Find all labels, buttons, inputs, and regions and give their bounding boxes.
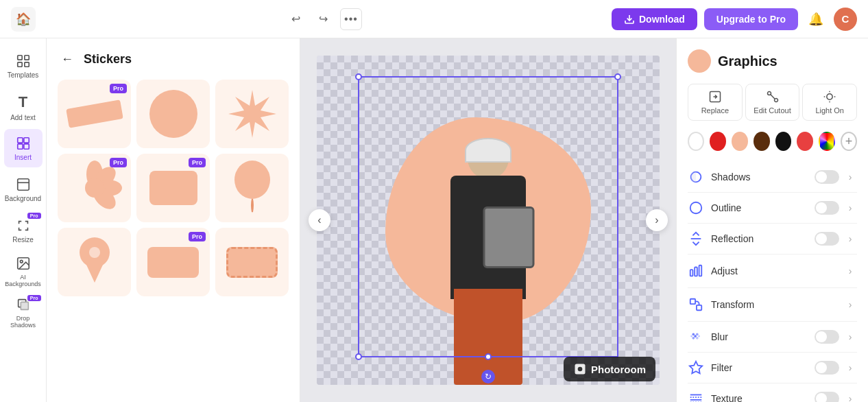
canvas-prev-button[interactable]: ‹ — [309, 209, 330, 231]
svg-rect-8 — [23, 143, 28, 148]
topbar-center: ↩ ↪ ••• — [285, 8, 362, 30]
redo-button[interactable]: ↪ — [313, 8, 335, 30]
sticker-shape-circle — [149, 90, 197, 138]
blur-left: Blur — [688, 329, 728, 345]
sticker-pro-badge-4: Pro — [110, 158, 127, 167]
blur-chevron[interactable]: › — [843, 330, 857, 344]
color-row: + — [688, 132, 857, 151]
color-swatch-white[interactable] — [688, 132, 704, 151]
add-color-button[interactable]: + — [841, 132, 857, 151]
photoroom-icon — [573, 362, 587, 376]
texture-icon — [688, 390, 704, 402]
toggle-row-outline: Outline › — [688, 193, 857, 224]
svg-point-43 — [698, 335, 700, 338]
sidebar-item-insert[interactable]: Insert — [4, 129, 43, 167]
tab-edit-cutout[interactable]: Edit Cutout — [745, 84, 800, 121]
reflection-chevron[interactable]: › — [843, 232, 857, 246]
color-swatch-red[interactable] — [710, 132, 726, 151]
sidebar-item-addtext[interactable]: T Add text — [4, 88, 43, 126]
outline-chevron[interactable]: › — [843, 201, 857, 215]
sticker-item-7[interactable] — [58, 228, 131, 296]
sidebar-item-resize[interactable]: Pro Resize — [4, 211, 43, 250]
avatar[interactable]: C — [834, 8, 857, 31]
main-layout: Templates T Add text Insert Background P… — [0, 38, 868, 402]
sticker-item-9[interactable] — [215, 228, 289, 296]
reflection-label: Reflection — [711, 233, 754, 244]
filter-chevron[interactable]: › — [843, 361, 857, 375]
color-swatch-orange-red[interactable] — [797, 132, 813, 151]
svg-marker-44 — [690, 362, 702, 373]
more-button[interactable]: ••• — [340, 8, 362, 30]
sticker-item-8[interactable]: Pro — [136, 228, 210, 296]
sticker-item-1[interactable]: Pro — [58, 80, 131, 148]
adjust-chevron[interactable]: › — [843, 264, 857, 278]
sticker-item-2[interactable] — [136, 80, 210, 148]
sidebar-item-templates[interactable]: Templates — [4, 47, 43, 85]
svg-point-23 — [578, 367, 583, 372]
replace-label: Replace — [701, 106, 729, 115]
sticker-shape-flower — [67, 161, 122, 215]
tab-light-on[interactable]: Light On — [802, 84, 857, 121]
svg-rect-3 — [17, 62, 21, 66]
adjust-icon — [688, 263, 704, 279]
filter-toggle[interactable] — [815, 361, 839, 375]
color-swatch-black[interactable] — [775, 132, 792, 151]
panel-header: ← Stickers — [58, 49, 289, 69]
color-swatch-rainbow[interactable] — [819, 132, 835, 151]
svg-rect-5 — [17, 137, 22, 142]
texture-chevron[interactable]: › — [843, 392, 857, 402]
sidebar-item-ai-backgrounds[interactable]: AI Backgrounds — [4, 252, 43, 291]
handle-top-left[interactable] — [355, 73, 362, 80]
toggle-row-shadows: Shadows › — [688, 162, 857, 193]
blur-right: › — [815, 330, 857, 344]
transform-chevron[interactable]: › — [843, 298, 857, 311]
canvas-next-button[interactable]: › — [646, 209, 668, 231]
outline-right: › — [815, 201, 857, 215]
back-button[interactable]: ← — [58, 49, 77, 69]
svg-point-11 — [20, 260, 23, 263]
undo-button[interactable]: ↩ — [285, 8, 307, 30]
home-button[interactable]: 🏠 — [11, 7, 36, 32]
reflection-toggle[interactable] — [815, 232, 839, 246]
sidebar-item-drop-shadows[interactable]: Pro Drop Shadows — [4, 294, 43, 332]
notification-button[interactable]: 🔔 — [805, 8, 827, 30]
shadows-label: Shadows — [711, 172, 751, 182]
tab-replace[interactable]: Replace — [688, 84, 743, 121]
action-row-adjust[interactable]: Adjust › — [688, 255, 857, 288]
sticker-item-4[interactable]: Pro — [58, 154, 131, 222]
sticker-item-3[interactable] — [215, 80, 289, 148]
handle-top-right[interactable] — [614, 73, 621, 80]
edit-cutout-icon — [766, 90, 780, 104]
download-button[interactable]: Download — [612, 8, 697, 30]
filter-icon — [688, 359, 704, 376]
svg-rect-13 — [21, 302, 28, 309]
svg-rect-1 — [17, 55, 21, 59]
upgrade-button[interactable]: Upgrade to Pro — [704, 8, 798, 30]
sidebar-item-background[interactable]: Background — [4, 170, 43, 209]
shadows-chevron[interactable]: › — [843, 170, 857, 184]
ai-backgrounds-icon — [16, 256, 31, 271]
right-panel: Graphics Replace Edit Cutout — [676, 38, 868, 402]
svg-rect-36 — [697, 305, 701, 310]
action-row-transform[interactable]: Transform › — [688, 288, 857, 322]
filter-left: Filter — [688, 359, 732, 376]
outline-toggle[interactable] — [815, 201, 839, 215]
texture-left: Texture — [688, 390, 743, 402]
blur-label: Blur — [711, 331, 728, 342]
reflection-icon — [688, 230, 704, 247]
texture-toggle[interactable] — [815, 392, 839, 402]
svg-rect-32 — [690, 270, 693, 276]
svg-point-39 — [692, 337, 695, 340]
svg-rect-34 — [699, 265, 702, 276]
svg-point-18 — [85, 178, 104, 198]
insert-label: Insert — [14, 154, 32, 161]
color-swatch-brown[interactable] — [754, 132, 770, 151]
handle-bottom-left[interactable] — [355, 353, 362, 360]
color-swatch-peach[interactable] — [732, 132, 748, 151]
sticker-shape-rect2 — [226, 247, 278, 278]
sticker-item-5[interactable]: Pro — [136, 154, 210, 222]
shadows-toggle[interactable] — [815, 170, 839, 184]
sticker-shape-tag — [149, 171, 197, 205]
sticker-item-6[interactable] — [215, 154, 289, 222]
blur-toggle[interactable] — [815, 330, 839, 344]
